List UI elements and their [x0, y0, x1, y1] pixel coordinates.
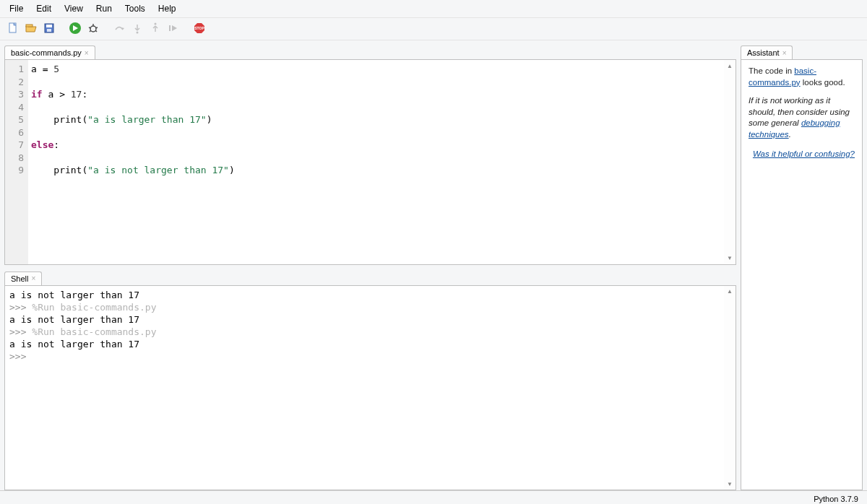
- assistant-body: The code in basic-commands.py looks good…: [741, 60, 862, 490]
- python-version[interactable]: Python 3.7.9: [814, 495, 858, 503]
- svg-text:STOP: STOP: [194, 26, 204, 30]
- shell-panel: a is not larger than 17>>> %Run basic-co…: [4, 285, 736, 491]
- debug-icon[interactable]: [86, 21, 100, 35]
- svg-point-13: [155, 23, 157, 25]
- svg-line-9: [95, 27, 98, 28]
- code-area[interactable]: a = 5 if a > 17: print("a is larger than…: [28, 60, 736, 264]
- left-column: basic-commands.py × 123456789 a = 5 if a…: [0, 40, 741, 490]
- resume-icon[interactable]: [166, 21, 181, 35]
- feedback-link[interactable]: Was it helpful or confusing?: [749, 149, 855, 160]
- assistant-tab-label: Assistant: [747, 48, 780, 57]
- run-icon[interactable]: [68, 21, 82, 35]
- close-icon[interactable]: ×: [31, 274, 35, 282]
- main-area: basic-commands.py × 123456789 a = 5 if a…: [0, 40, 867, 490]
- svg-rect-14: [169, 25, 171, 31]
- shell-tab-row: Shell ×: [4, 268, 736, 285]
- svg-point-6: [90, 26, 96, 32]
- stop-icon[interactable]: STOP: [192, 21, 207, 35]
- assistant-panel: The code in basic-commands.py looks good…: [741, 59, 863, 490]
- menu-edit[interactable]: Edit: [30, 1, 58, 16]
- editor-scrollbar[interactable]: ▲ ▼: [724, 60, 736, 264]
- toolbar: STOP: [0, 18, 867, 40]
- assistant-tab[interactable]: Assistant ×: [741, 45, 793, 59]
- step-over-icon[interactable]: [112, 21, 126, 35]
- menu-tools[interactable]: Tools: [118, 1, 152, 16]
- svg-rect-1: [26, 25, 33, 27]
- menubar: File Edit View Run Tools Help: [0, 0, 867, 18]
- menu-view[interactable]: View: [58, 1, 90, 16]
- svg-line-10: [90, 30, 91, 32]
- svg-line-11: [95, 30, 97, 32]
- svg-line-8: [89, 27, 91, 28]
- scroll-up-icon[interactable]: ▲: [724, 60, 736, 71]
- close-icon[interactable]: ×: [85, 49, 89, 57]
- save-file-icon[interactable]: [42, 21, 56, 35]
- editor-tab-label: basic-commands.py: [11, 48, 82, 57]
- shell-scrollbar[interactable]: ▲ ▼: [724, 286, 736, 490]
- svg-point-12: [137, 32, 139, 34]
- assistant-column: Assistant × The code in basic-commands.p…: [741, 40, 867, 490]
- assistant-tab-row: Assistant ×: [741, 42, 863, 59]
- menu-help[interactable]: Help: [152, 1, 183, 16]
- svg-rect-3: [46, 25, 52, 27]
- assistant-text: The code in: [749, 66, 794, 75]
- editor-tab-row: basic-commands.py ×: [4, 42, 736, 59]
- assistant-text: looks good.: [801, 78, 845, 87]
- menu-file[interactable]: File: [3, 1, 30, 16]
- scroll-down-icon[interactable]: ▼: [724, 478, 736, 490]
- svg-rect-4: [47, 29, 51, 32]
- gutter: 123456789: [5, 60, 28, 264]
- scroll-up-icon[interactable]: ▲: [724, 286, 736, 297]
- assistant-tip: .: [789, 130, 791, 139]
- editor-tab[interactable]: basic-commands.py ×: [4, 45, 95, 59]
- scroll-down-icon[interactable]: ▼: [724, 253, 736, 264]
- open-file-icon[interactable]: [24, 21, 38, 35]
- step-into-icon[interactable]: [130, 21, 144, 35]
- menu-run[interactable]: Run: [90, 1, 118, 16]
- editor-panel: 123456789 a = 5 if a > 17: print("a is l…: [4, 59, 736, 265]
- new-file-icon[interactable]: [6, 21, 20, 35]
- shell-area[interactable]: a is not larger than 17>>> %Run basic-co…: [5, 286, 736, 490]
- step-out-icon[interactable]: [148, 21, 163, 35]
- shell-tab[interactable]: Shell ×: [4, 271, 42, 285]
- status-bar: Python 3.7.9: [0, 490, 867, 504]
- close-icon[interactable]: ×: [782, 49, 787, 57]
- shell-tab-label: Shell: [11, 274, 28, 283]
